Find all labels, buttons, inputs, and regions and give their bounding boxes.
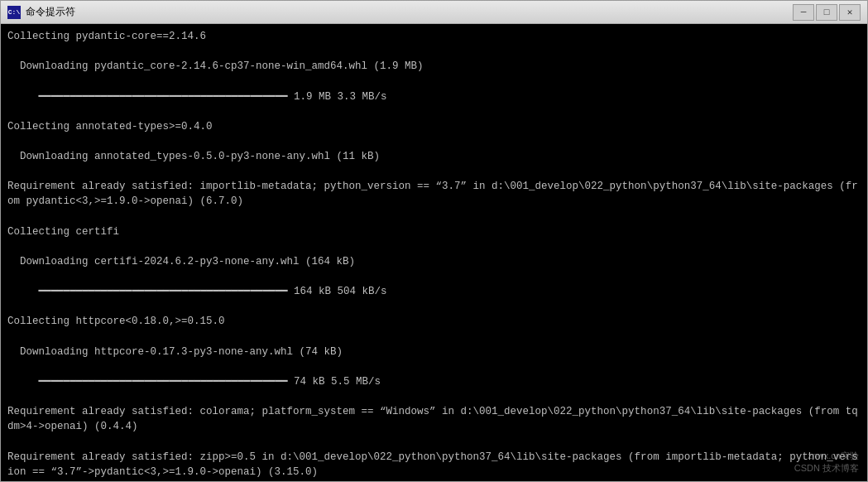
window-title: 命令提示符 bbox=[26, 5, 793, 19]
terminal-line: Collecting certifi bbox=[7, 224, 861, 239]
terminal-line: Requirement already satisfied: zipp>=0.5… bbox=[7, 450, 861, 480]
maximize-button[interactable]: □ bbox=[816, 4, 837, 21]
window: C:\ 命令提示符 ─ □ ✕ Collecting pydantic-core… bbox=[0, 0, 868, 482]
terminal-line: ━━━━━━━━━━━━━━━━━━━━━━━━━━━━━━━━━━━━━━━━… bbox=[7, 89, 861, 104]
terminal-line: Requirement already satisfied: colorama;… bbox=[7, 404, 861, 434]
window-icon: C:\ bbox=[7, 6, 21, 19]
window-controls: ─ □ ✕ bbox=[793, 4, 861, 21]
terminal-line: Collecting annotated-types>=0.4.0 bbox=[7, 119, 861, 134]
terminal-line: Collecting httpcore<0.18.0,>=0.15.0 bbox=[7, 314, 861, 329]
terminal-line: Requirement already satisfied: importlib… bbox=[7, 179, 861, 209]
terminal-line: Downloading pydantic_core-2.14.6-cp37-no… bbox=[7, 59, 861, 74]
minimize-button[interactable]: ─ bbox=[793, 4, 814, 21]
terminal-line: Downloading httpcore-0.17.3-py3-none-any… bbox=[7, 345, 861, 359]
terminal-line: Collecting pydantic-core==2.14.6 bbox=[7, 29, 861, 44]
close-button[interactable]: ✕ bbox=[839, 4, 861, 21]
terminal-line: ━━━━━━━━━━━━━━━━━━━━━━━━━━━━━━━━━━━━━━━━… bbox=[7, 284, 861, 299]
title-bar: C:\ 命令提示符 ─ □ ✕ bbox=[1, 1, 867, 24]
terminal-area[interactable]: Collecting pydantic-core==2.14.6 Downloa… bbox=[1, 24, 867, 481]
terminal-line: Downloading certifi-2024.6.2-py3-none-an… bbox=[7, 254, 861, 269]
terminal-line: ━━━━━━━━━━━━━━━━━━━━━━━━━━━━━━━━━━━━━━━━… bbox=[7, 374, 861, 389]
terminal-line: Downloading annotated_types-0.5.0-py3-no… bbox=[7, 149, 861, 164]
terminal-output: Collecting pydantic-core==2.14.6 Downloa… bbox=[7, 29, 861, 481]
